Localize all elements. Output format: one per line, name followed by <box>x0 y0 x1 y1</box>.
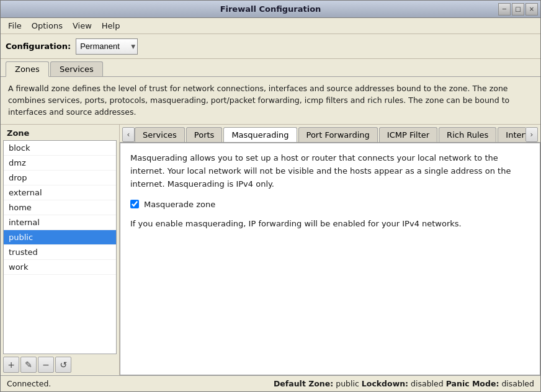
zone-panel: Zone block dmz drop external home intern… <box>1 125 120 375</box>
zone-item-work[interactable]: work <box>4 260 116 275</box>
status-connected: Connected. <box>7 379 271 388</box>
zone-description: A firewalld zone defines the level of tr… <box>1 77 540 125</box>
tab-services[interactable]: Services <box>50 61 103 76</box>
subtabs: Services Ports Masquerading Port Forward… <box>135 127 525 142</box>
menu-file[interactable]: File <box>3 20 27 32</box>
menu-options[interactable]: Options <box>27 20 68 32</box>
menu-help[interactable]: Help <box>97 20 125 32</box>
masquerade-checkbox-row: Masquerade zone <box>130 200 530 209</box>
zone-item-dmz[interactable]: dmz <box>4 156 116 171</box>
default-zone-key: Default Zone: <box>274 379 333 388</box>
main-tabs: Zones Services <box>1 59 540 77</box>
masquerade-checkbox[interactable] <box>130 200 139 208</box>
maximize-button[interactable]: □ <box>512 3 524 16</box>
zone-item-trusted[interactable]: trusted <box>4 245 116 260</box>
zone-item-external[interactable]: external <box>4 185 116 200</box>
default-zone-label: Default Zone: public <box>274 379 359 388</box>
toolbar: Configuration: Permanent Runtime <box>1 34 540 59</box>
lockdown-key: Lockdown: <box>362 379 408 388</box>
masquerade-content: Masquerading allows you to set up a host… <box>120 143 540 375</box>
zone-toolbar: + ✎ − ↺ <box>1 354 119 375</box>
config-label: Configuration: <box>6 42 71 51</box>
main-window: Firewall Configuration − □ × File Option… <box>0 0 541 392</box>
window-controls: − □ × <box>498 3 538 16</box>
subtabs-prev-button[interactable]: ‹ <box>122 127 135 142</box>
close-button[interactable]: × <box>525 3 538 16</box>
subtab-interfaces[interactable]: Interfaces <box>498 127 525 142</box>
zone-item-internal[interactable]: internal <box>4 215 116 230</box>
zone-item-drop[interactable]: drop <box>4 171 116 185</box>
masquerade-checkbox-label: Masquerade zone <box>144 200 215 209</box>
subtabs-next-button[interactable]: › <box>525 127 538 142</box>
panic-mode-key: Panic Mode: <box>446 379 499 388</box>
window-title: Firewall Configuration <box>220 4 321 14</box>
config-select-wrap: Permanent Runtime <box>76 38 138 55</box>
subtab-masquerading[interactable]: Masquerading <box>223 127 297 142</box>
minimize-button[interactable]: − <box>498 3 511 16</box>
zone-header: Zone <box>1 125 119 140</box>
subtab-services[interactable]: Services <box>135 127 185 142</box>
subtab-icmp-filter[interactable]: ICMP Filter <box>379 127 437 142</box>
right-panel: ‹ Services Ports Masquerading Port Forwa… <box>120 125 540 375</box>
menu-view[interactable]: View <box>68 20 97 32</box>
lockdown-label: Lockdown: disabled <box>362 379 444 388</box>
statusbar: Connected. Default Zone: public Lockdown… <box>1 375 540 391</box>
menubar: File Options View Help <box>1 18 540 34</box>
zone-list: block dmz drop external home internal pu… <box>3 140 117 354</box>
masquerade-note: If you enable masquerading, IP forwardin… <box>130 218 530 230</box>
zone-item-block[interactable]: block <box>4 141 116 156</box>
zone-item-home[interactable]: home <box>4 200 116 215</box>
lockdown-value: disabled <box>411 379 444 388</box>
masquerade-description: Masquerading allows you to set up a host… <box>130 152 530 190</box>
subtab-port-forwarding[interactable]: Port Forwarding <box>298 127 378 142</box>
panic-mode-value: disabled <box>501 379 534 388</box>
subtabs-wrap: ‹ Services Ports Masquerading Port Forwa… <box>120 125 540 143</box>
main-content: Zone block dmz drop external home intern… <box>1 125 540 375</box>
panic-mode-label: Panic Mode: disabled <box>446 379 534 388</box>
edit-zone-button[interactable]: ✎ <box>20 357 37 373</box>
titlebar: Firewall Configuration − □ × <box>1 1 540 18</box>
remove-zone-button[interactable]: − <box>38 357 54 373</box>
subtab-ports[interactable]: Ports <box>186 127 223 142</box>
add-zone-button[interactable]: + <box>3 357 19 373</box>
default-zone-value: public <box>336 379 359 388</box>
reload-zone-button[interactable]: ↺ <box>55 357 71 373</box>
zone-item-public[interactable]: public <box>4 230 116 245</box>
config-select[interactable]: Permanent Runtime <box>76 38 138 55</box>
subtab-rich-rules[interactable]: Rich Rules <box>439 127 496 142</box>
tab-zones[interactable]: Zones <box>6 61 49 77</box>
